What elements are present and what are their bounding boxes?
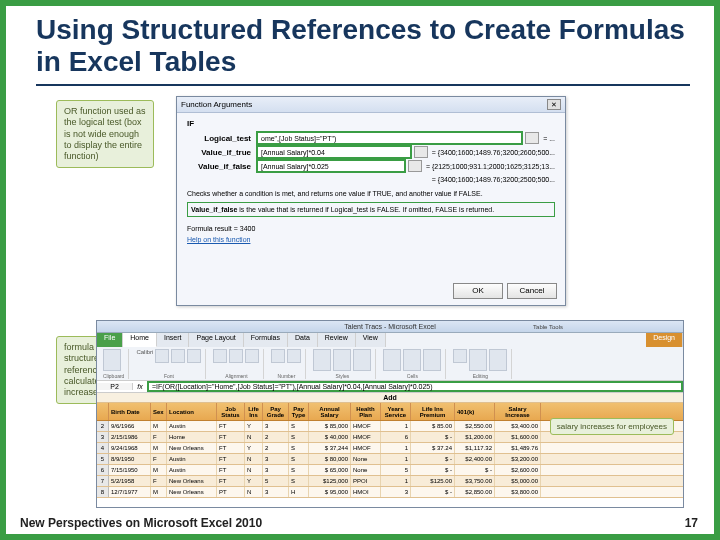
cell[interactable]: 2 xyxy=(263,443,289,453)
column-header[interactable]: Salary Increase xyxy=(495,403,541,420)
insert-icon[interactable] xyxy=(383,349,401,371)
cell[interactable]: $ 65,000 xyxy=(309,465,351,475)
cell[interactable]: $ - xyxy=(455,465,495,475)
conditional-format-icon[interactable] xyxy=(313,349,331,371)
cell[interactable]: None xyxy=(351,465,381,475)
cell[interactable]: 1 xyxy=(381,443,411,453)
cell[interactable]: HMOF xyxy=(351,432,381,442)
paste-icon[interactable] xyxy=(103,349,121,371)
column-header[interactable]: Pay Grade xyxy=(263,403,289,420)
cell[interactable]: $3,750.00 xyxy=(455,476,495,486)
column-header[interactable]: Job Status xyxy=(217,403,245,420)
cell[interactable]: $1,489.76 xyxy=(495,443,541,453)
cell[interactable]: FT xyxy=(217,421,245,431)
value-if-false-input[interactable]: [Annual Salary]*0.025 xyxy=(257,160,405,172)
table-row[interactable]: 58/9/1950FAustinFTN3S$ 80,000None1$ -$2,… xyxy=(97,454,683,465)
align-right-icon[interactable] xyxy=(245,349,259,363)
cell[interactable]: $125,000 xyxy=(309,476,351,486)
cell[interactable]: S xyxy=(289,432,309,442)
cell[interactable]: $2,550.00 xyxy=(455,421,495,431)
cell[interactable]: HMOI xyxy=(351,487,381,497)
italic-icon[interactable] xyxy=(171,349,185,363)
cell[interactable]: Y xyxy=(245,421,263,431)
column-header[interactable]: Years Service xyxy=(381,403,411,420)
cell[interactable]: $ 85,000 xyxy=(309,421,351,431)
cell[interactable]: FT xyxy=(217,465,245,475)
tab-file[interactable]: File xyxy=(97,333,123,347)
cell[interactable]: $ - xyxy=(411,487,455,497)
cell[interactable]: H xyxy=(289,487,309,497)
autosum-icon[interactable] xyxy=(453,349,467,363)
cell[interactable]: N xyxy=(245,487,263,497)
cell[interactable]: FT xyxy=(217,476,245,486)
fx-icon[interactable]: fx xyxy=(133,383,147,390)
column-header[interactable]: Birth Date xyxy=(109,403,151,420)
cell[interactable]: 3 xyxy=(263,487,289,497)
column-header[interactable]: Life Ins xyxy=(245,403,263,420)
cell[interactable]: F xyxy=(151,454,167,464)
cell[interactable]: 1 xyxy=(381,454,411,464)
cell[interactable]: $ 95,000 xyxy=(309,487,351,497)
cell[interactable]: HMOF xyxy=(351,443,381,453)
column-header[interactable] xyxy=(97,403,109,420)
cell[interactable]: $2,850.00 xyxy=(455,487,495,497)
cell[interactable]: $3,200.00 xyxy=(495,454,541,464)
cell[interactable]: $ 85.00 xyxy=(411,421,455,431)
cell[interactable]: N xyxy=(245,454,263,464)
cell[interactable]: $1,200.00 xyxy=(455,432,495,442)
cell[interactable]: M xyxy=(151,465,167,475)
cell[interactable]: S xyxy=(289,476,309,486)
cell[interactable]: 9/6/1966 xyxy=(109,421,151,431)
cell[interactable]: None xyxy=(351,454,381,464)
cell[interactable]: $ 37.24 xyxy=(411,443,455,453)
cell[interactable]: 6 xyxy=(381,432,411,442)
find-select-icon[interactable] xyxy=(489,349,507,371)
column-header[interactable]: Location xyxy=(167,403,217,420)
bold-icon[interactable] xyxy=(155,349,169,363)
cell[interactable]: $3,400.00 xyxy=(495,421,541,431)
tab-formulas[interactable]: Formulas xyxy=(244,333,288,347)
tab-home[interactable]: Home xyxy=(123,333,157,347)
cancel-button[interactable]: Cancel xyxy=(507,283,557,299)
cell[interactable]: New Orleans xyxy=(167,476,217,486)
cell[interactable]: M xyxy=(151,487,167,497)
cell[interactable]: $2,600.00 xyxy=(495,465,541,475)
cell[interactable]: S xyxy=(289,454,309,464)
cell[interactable]: 1 xyxy=(381,421,411,431)
cell[interactable]: $3,800.00 xyxy=(495,487,541,497)
cell[interactable]: Austin xyxy=(167,454,217,464)
column-header[interactable]: Annual Salary xyxy=(309,403,351,420)
tab-view[interactable]: View xyxy=(356,333,386,347)
cell[interactable]: FT xyxy=(217,432,245,442)
cell[interactable]: PPOI xyxy=(351,476,381,486)
collapse-icon[interactable] xyxy=(414,146,428,158)
currency-icon[interactable] xyxy=(271,349,285,363)
table-row[interactable]: 812/7/1977MNew OrleansPTN3H$ 95,000HMOI3… xyxy=(97,487,683,498)
formula-input[interactable]: =IF(OR([Location]="Home",[Job Status]="P… xyxy=(147,381,683,392)
cell[interactable]: $1,600.00 xyxy=(495,432,541,442)
cell[interactable]: $ 40,000 xyxy=(309,432,351,442)
column-header[interactable]: Pay Type xyxy=(289,403,309,420)
cell[interactable]: Home xyxy=(167,432,217,442)
cell[interactable]: Y xyxy=(245,476,263,486)
help-link[interactable]: Help on this function xyxy=(187,236,250,243)
column-header[interactable]: Sex xyxy=(151,403,167,420)
cell[interactable]: 12/7/1977 xyxy=(109,487,151,497)
cell[interactable]: 5 xyxy=(263,476,289,486)
tab-page-layout[interactable]: Page Layout xyxy=(189,333,243,347)
tab-review[interactable]: Review xyxy=(318,333,356,347)
font-name[interactable]: Calibri xyxy=(136,349,153,363)
cell[interactable]: S xyxy=(289,443,309,453)
cell[interactable]: $ - xyxy=(411,454,455,464)
cell[interactable]: New Orleans xyxy=(167,487,217,497)
cell[interactable]: 3 xyxy=(381,487,411,497)
column-header[interactable]: Life Ins Premium xyxy=(411,403,455,420)
cell[interactable]: PT xyxy=(217,487,245,497)
cell[interactable]: F xyxy=(151,432,167,442)
cell[interactable]: 3 xyxy=(263,465,289,475)
percent-icon[interactable] xyxy=(287,349,301,363)
name-box[interactable]: P2 xyxy=(97,383,133,390)
align-center-icon[interactable] xyxy=(229,349,243,363)
cell[interactable]: $ 80,000 xyxy=(309,454,351,464)
cell[interactable]: $ - xyxy=(411,432,455,442)
